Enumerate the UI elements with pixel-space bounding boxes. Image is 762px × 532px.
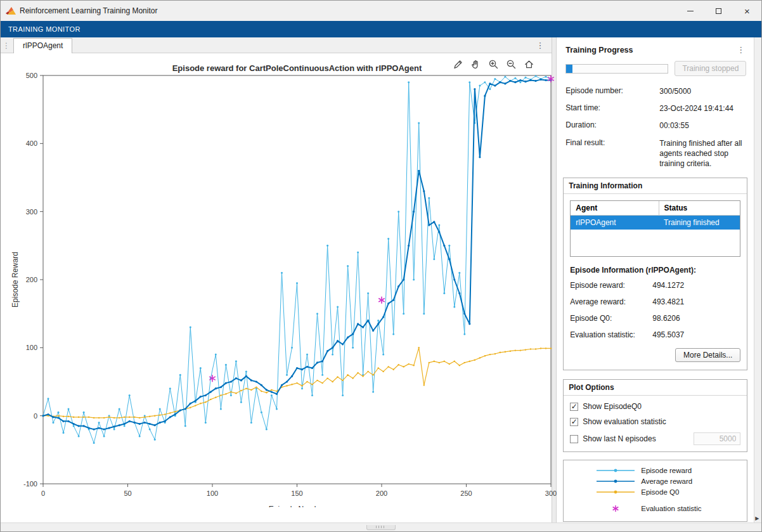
minimize-button[interactable] [676, 1, 704, 21]
status-column-header[interactable]: Status [659, 201, 740, 216]
legend-label: Evaluation statistic [641, 505, 701, 512]
option-label: Show last N episodes [583, 434, 655, 443]
svg-text:300: 300 [545, 490, 557, 497]
table-row[interactable]: rlPPOAgent Training finished [571, 216, 740, 230]
agent-table-header-row: Agent Status [571, 201, 740, 216]
chart-panel: ⋮ rlPPOAgent ⋮ Episode reward for CartPo… [1, 37, 552, 522]
field-value: 300/5000 [659, 86, 746, 96]
show-evaluation-statistic-checkbox[interactable]: ✓ [570, 418, 578, 426]
agent-table-empty-area [571, 230, 740, 256]
ribbon-tab-training-monitor[interactable]: TRAINING MONITOR [8, 25, 81, 33]
svg-text:Episode Reward: Episode Reward [11, 252, 20, 308]
show-last-n-episodes-checkbox[interactable] [570, 435, 578, 443]
chart-area: Episode reward for CartPoleContinuousAct… [1, 53, 552, 522]
field-label: Episode Q0: [570, 314, 652, 323]
field-duration: Duration: 00:03:55 [565, 120, 746, 131]
svg-text:150: 150 [291, 490, 302, 497]
plot-options-title: Plot Options [564, 380, 747, 396]
brush-icon[interactable] [452, 58, 464, 70]
field-label: Duration: [565, 120, 659, 131]
field-label: Evaluation statistic: [570, 330, 652, 339]
progress-row: Training stopped [565, 61, 746, 76]
svg-text:Episode Number: Episode Number [269, 505, 325, 507]
svg-text:100: 100 [207, 490, 218, 497]
chart-canvas[interactable]: 050100150200250300-1000100200300400500Ep… [1, 53, 568, 507]
more-details-button[interactable]: More Details... [675, 348, 740, 362]
field-value: Training finished after all agents reach… [659, 138, 746, 169]
collapse-panel-icon[interactable]: ▶ [755, 516, 759, 521]
average-reward-row: Average reward: 493.4821 [570, 297, 740, 306]
training-progress-fill [566, 65, 572, 73]
window-controls: × [676, 1, 761, 21]
training-information-section: Training Information Agent Status rlPPOA… [563, 178, 747, 370]
svg-text:200: 200 [26, 276, 37, 283]
last-n-episodes-input[interactable] [694, 432, 740, 445]
svg-text:50: 50 [124, 490, 131, 497]
option-label: Show evaluation statistic [583, 417, 666, 426]
training-progress-bar [565, 64, 668, 74]
option-label: Show EpisodeQ0 [583, 402, 642, 411]
episode-information-title: Episode Information (rlPPOAgent): [570, 266, 740, 275]
close-icon: × [744, 6, 750, 16]
legend-line-marker-icon [597, 477, 635, 485]
legend-label: Episode Q0 [641, 488, 679, 496]
field-label: Average reward: [570, 297, 652, 306]
legend-label: Average reward [641, 477, 692, 485]
window-title: Reinforcement Learning Training Monitor [20, 6, 157, 15]
main-area: ⋮ rlPPOAgent ⋮ Episode reward for CartPo… [1, 37, 761, 522]
chart-toolbar [452, 58, 535, 70]
agent-table: Agent Status rlPPOAgent Training finishe… [570, 200, 740, 257]
tab-rlppoagent[interactable]: rlPPOAgent [13, 38, 72, 53]
evaluation-statistic-row: Evaluation statistic: 495.5037 [570, 330, 740, 339]
field-value: 98.6206 [652, 314, 680, 323]
svg-text:0: 0 [34, 412, 37, 420]
legend-item: Average reward [564, 477, 747, 485]
legend-line-marker-icon [597, 467, 635, 474]
field-value: 00:03:55 [659, 120, 746, 131]
zoom-out-icon[interactable] [505, 58, 517, 70]
pan-hand-icon[interactable] [470, 58, 482, 70]
field-value: 494.1272 [652, 281, 684, 290]
plot-options-section: Plot Options ✓ Show EpisodeQ0 ✓ Show eva… [563, 379, 747, 452]
svg-text:250: 250 [460, 490, 472, 497]
status-cell: Training finished [659, 216, 740, 230]
show-episodeq0-checkbox[interactable]: ✓ [570, 403, 578, 411]
training-stopped-button[interactable]: Training stopped [675, 61, 746, 76]
training-information-title: Training Information [564, 178, 747, 194]
agent-column-header[interactable]: Agent [571, 201, 659, 216]
right-rail: ▶ [754, 37, 761, 522]
field-value: 493.4821 [652, 297, 684, 306]
svg-text:400: 400 [26, 139, 37, 147]
option-show-last-n-episodes: Show last N episodes [570, 432, 740, 445]
maximize-button[interactable] [704, 1, 733, 21]
field-episode-number: Episode number: 300/5000 [565, 86, 746, 96]
episode-q0-row: Episode Q0: 98.6206 [570, 314, 740, 323]
svg-text:200: 200 [376, 490, 387, 497]
legend-item: Evaluation statistic [564, 505, 747, 512]
option-show-evaluation-statistic: ✓ Show evaluation statistic [570, 417, 740, 426]
legend-box: Episode rewardAverage rewardEpisode Q0Ev… [563, 460, 747, 522]
field-final-result: Final result: Training finished after al… [565, 138, 746, 169]
legend-line-marker-icon [597, 488, 635, 496]
close-button[interactable]: × [733, 1, 761, 21]
svg-text:100: 100 [26, 344, 37, 351]
svg-text:0: 0 [41, 490, 45, 497]
bottom-strip [1, 522, 761, 531]
training-progress-panel: Training Progress ⋮ Training stopped Epi… [557, 37, 754, 522]
ribbon-bar: TRAINING MONITOR [1, 21, 761, 37]
field-value: 23-Oct-2024 19:41:44 [659, 103, 746, 114]
zoom-in-icon[interactable] [488, 58, 500, 70]
chart-panel-menu-icon[interactable]: ⋮ [528, 39, 552, 53]
legend-label: Episode reward [641, 467, 692, 474]
title-bar: Reinforcement Learning Training Monitor … [1, 1, 761, 21]
home-icon[interactable] [523, 58, 535, 70]
matlab-logo-icon [6, 6, 16, 16]
legend-item: Episode Q0 [564, 488, 747, 496]
app-window: Reinforcement Learning Training Monitor … [0, 0, 762, 532]
bottom-panel-handle[interactable] [366, 525, 396, 530]
field-label: Episode reward: [570, 281, 652, 290]
panel-title: Training Progress [565, 46, 633, 55]
panel-grip-icon[interactable]: ⋮ [1, 41, 13, 53]
progress-panel-menu-icon[interactable]: ⋮ [735, 45, 746, 55]
minimize-icon [687, 11, 694, 11]
